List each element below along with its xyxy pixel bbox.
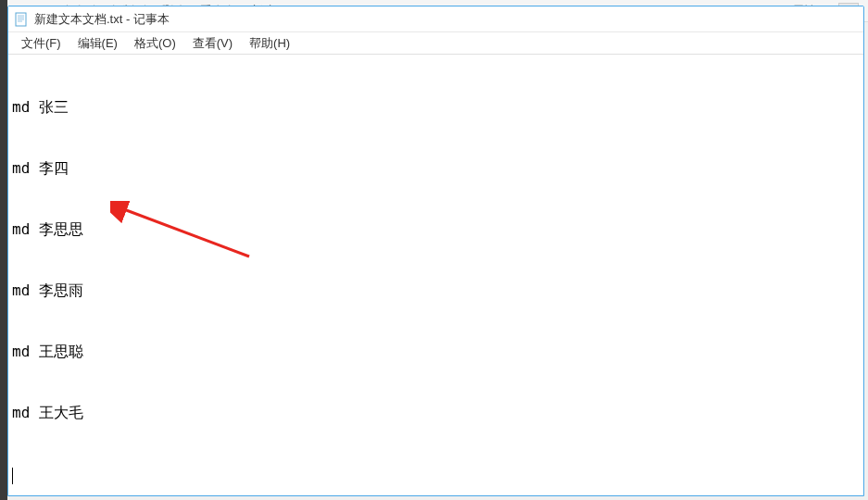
menu-bar: 文件(F) 编辑(E) 格式(O) 查看(V) 帮助(H) <box>8 32 863 55</box>
menu-help[interactable]: 帮助(H) <box>242 33 297 54</box>
left-edge-strip <box>0 0 7 500</box>
text-line: md 王思聪 <box>12 342 860 362</box>
text-cursor <box>12 468 13 484</box>
text-line: md 张三 <box>12 97 860 118</box>
text-editor-area[interactable]: md 张三 md 李四 md 李思思 md 李思雨 md 王思聪 md 王大毛 <box>8 55 863 495</box>
notepad-icon <box>14 12 29 27</box>
menu-view[interactable]: 查看(V) <box>185 33 240 54</box>
window-title: 新建文本文档.txt - 记事本 <box>34 11 170 28</box>
menu-file[interactable]: 文件(F) <box>14 33 69 54</box>
notepad-window: 新建文本文档.txt - 记事本 文件(F) 编辑(E) 格式(O) 查看(V)… <box>7 6 864 496</box>
text-line: md 王大毛 <box>12 403 860 423</box>
menu-edit[interactable]: 编辑(E) <box>70 33 125 54</box>
menu-format[interactable]: 格式(O) <box>127 33 183 54</box>
text-line: md 李思雨 <box>12 281 860 301</box>
text-line: md 李思思 <box>12 219 860 240</box>
title-bar[interactable]: 新建文本文档.txt - 记事本 <box>8 6 863 32</box>
text-line: md 李四 <box>12 158 860 179</box>
cursor-row <box>12 464 860 484</box>
